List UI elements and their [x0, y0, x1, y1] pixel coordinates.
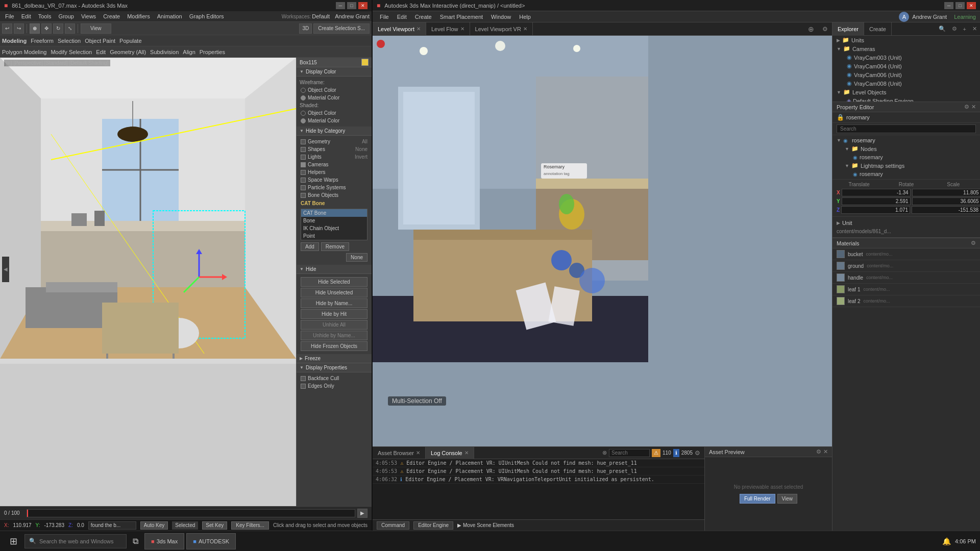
sub-freeform[interactable]: Freeform [31, 38, 54, 44]
notification-btn[interactable]: 🔔 [942, 537, 951, 545]
tree-cam-2[interactable]: ◉ VrayCam006 (Unit) [832, 70, 980, 79]
taskbar-3dsmax-btn[interactable]: ■ 3ds Max [144, 533, 184, 549]
materials-settings-btn[interactable]: ⚙ [971, 240, 976, 246]
material-item-2[interactable]: handle content/mo... [832, 272, 980, 284]
rotate-x-input[interactable] [912, 189, 980, 196]
log-clear-btn[interactable]: ⊗ [602, 449, 607, 456]
sub-populate[interactable]: Populate [119, 38, 141, 44]
translate-y-input[interactable] [842, 197, 911, 205]
right-close-btn[interactable]: ✕ [967, 2, 976, 9]
edges-checkbox[interactable] [301, 384, 306, 389]
render-btn[interactable]: 3D [299, 23, 312, 34]
poly-modify-selection[interactable]: Modify Selection [51, 49, 92, 55]
scale-btn[interactable]: ⤡ [65, 23, 75, 34]
cat-bone-item-1[interactable]: Bone [301, 217, 367, 224]
menu-tools[interactable]: Tools [35, 13, 55, 19]
log-search-input[interactable] [609, 449, 650, 457]
set-key-btn[interactable]: Set Key [202, 521, 227, 530]
particle-checkbox[interactable] [301, 185, 306, 190]
taskbar-autodesk-btn[interactable]: ■ AUTODESK [186, 533, 236, 549]
hide-by-name-btn[interactable]: Hide by Name... [301, 298, 368, 308]
explorer-filter-btn[interactable]: ⚙ [949, 26, 960, 32]
display-color-header[interactable]: ▼ Display Color [297, 67, 372, 77]
editor-engine-btn[interactable]: Editor Engine [413, 521, 453, 530]
prop-rosemary-root[interactable]: ▼ ◉ rosemary [832, 136, 980, 144]
asset-preview-settings-btn[interactable]: ⚙ [816, 448, 821, 455]
menu-animation[interactable]: Animation [154, 13, 185, 19]
prop-nodes[interactable]: ▼ 📁 Nodes [832, 144, 980, 153]
tree-level-objects[interactable]: ▼ 📁 Level Objects [832, 88, 980, 96]
shapes-checkbox[interactable] [301, 147, 306, 152]
rotate-z-input[interactable] [912, 206, 980, 214]
rotate-y-input[interactable] [912, 197, 980, 205]
view-btn-preview[interactable]: View [777, 494, 798, 504]
tree-units[interactable]: ▶ 📁 Units [832, 36, 980, 44]
helpers-checkbox[interactable] [301, 170, 306, 175]
rotate-btn[interactable]: ↻ [53, 23, 63, 34]
create-selection-set-btn[interactable]: Create Selection S... [313, 23, 370, 34]
right-menu-create[interactable]: Create [412, 14, 435, 20]
select-btn[interactable]: ⊕ [30, 23, 40, 34]
wf-radio1[interactable] [301, 88, 306, 93]
spacewarps-checkbox[interactable] [301, 178, 306, 183]
menu-edit[interactable]: Edit [18, 13, 34, 19]
tab-lvvr-close[interactable]: ✕ [523, 26, 527, 32]
right-menu-edit[interactable]: Edit [394, 14, 410, 20]
left-close-btn[interactable]: ✕ [358, 2, 368, 9]
tab-level-viewport-vr[interactable]: Level Viewport VR ✕ [470, 22, 533, 36]
hide-unselected-btn[interactable]: Hide Unselected [301, 288, 368, 297]
sub-object-paint[interactable]: Object Paint [85, 38, 115, 44]
right-minimize-btn[interactable]: ─ [944, 2, 953, 9]
prop-node-rosemary[interactable]: ◉ rosemary [832, 153, 980, 161]
wf-radio2[interactable] [301, 95, 306, 101]
menu-modifiers[interactable]: Modifiers [124, 13, 153, 19]
timeline-track[interactable] [27, 509, 355, 517]
prop-editor-settings-btn[interactable]: ⚙ [964, 104, 969, 110]
tree-cameras[interactable]: ▼ 📁 Cameras [832, 44, 980, 53]
explorer-close-btn[interactable]: ✕ [969, 26, 980, 32]
play-btn[interactable]: ▶ [357, 509, 368, 518]
log-console-content[interactable]: 4:05:53 ⚠ Editor Engine / Placement VR: … [373, 459, 704, 519]
lights-checkbox[interactable] [301, 155, 306, 160]
redo-btn[interactable]: ↪ [14, 23, 24, 34]
prop-lightmap-name[interactable]: ◉ rosemary [832, 170, 980, 178]
right-menu-file[interactable]: File [377, 14, 392, 20]
tab-lv-close[interactable]: ✕ [416, 26, 421, 32]
tab-explorer[interactable]: Explorer [832, 22, 864, 36]
tab-lf-close[interactable]: ✕ [460, 26, 464, 32]
move-scene-btn[interactable]: ▶ Move Scene Elements [457, 522, 514, 528]
task-view-btn[interactable]: ⧉ [129, 532, 142, 550]
prop-editor-close-btn[interactable]: ✕ [971, 104, 976, 110]
key-filters-btn[interactable]: Key Filters... [231, 521, 269, 530]
hide-header[interactable]: ▼ Hide [297, 265, 372, 274]
auto-key-btn[interactable]: Auto Key [140, 521, 168, 530]
poly-properties[interactable]: Properties [200, 49, 225, 55]
taskbar-search[interactable]: 🔍 Search the web and Windows [24, 534, 127, 548]
tab-create-explorer[interactable]: Create [864, 22, 892, 36]
hide-selected-btn[interactable]: Hide Selected [301, 277, 368, 287]
right-menu-help[interactable]: Help [516, 14, 534, 20]
tree-cam-0[interactable]: ◉ VrayCam003 (Unit) [832, 53, 980, 62]
left-nav-prev[interactable]: ◀ [2, 257, 9, 282]
material-item-0[interactable]: bucket content/mo... [832, 248, 980, 260]
unit-header[interactable]: ▶ Unit [832, 219, 980, 227]
freeze-header[interactable]: ▶ Freeze [297, 354, 372, 363]
lights-invert[interactable]: Invert [355, 154, 368, 160]
right-maximize-btn[interactable]: □ [955, 2, 965, 9]
poly-align[interactable]: Align [183, 49, 195, 55]
menu-file[interactable]: File [2, 13, 17, 19]
right-menu-window[interactable]: Window [488, 14, 514, 20]
geo-checkbox[interactable] [301, 139, 306, 144]
display-properties-header[interactable]: ▼ Display Properties [297, 363, 372, 372]
material-item-1[interactable]: ground content/mo... [832, 260, 980, 272]
tab-level-viewport[interactable]: Level Viewport ✕ [373, 22, 426, 36]
material-item-3[interactable]: leaf 1 content/mo... [832, 284, 980, 295]
translate-x-input[interactable] [842, 189, 911, 196]
cameras-checkbox[interactable] [301, 162, 306, 167]
menu-create[interactable]: Create [100, 13, 123, 19]
poly-subdivision[interactable]: Subdivision [150, 49, 179, 55]
right-menu-smart[interactable]: Smart Placement [437, 14, 486, 20]
poly-modeling[interactable]: Polygon Modeling [2, 49, 46, 55]
material-item-4[interactable]: leaf 2 content/mo... [832, 295, 980, 307]
geo-all[interactable]: All [362, 139, 368, 144]
